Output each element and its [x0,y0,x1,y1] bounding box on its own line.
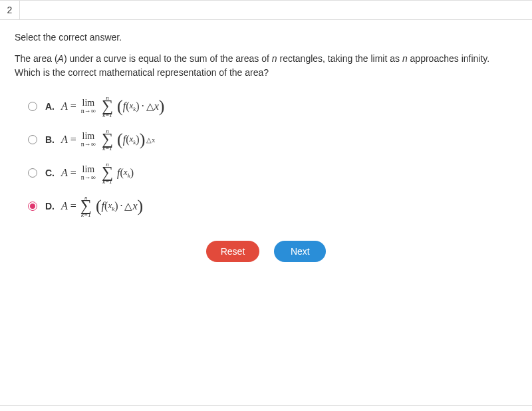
option-c-label: C. [45,168,61,178]
rp2: ) [130,167,134,179]
option-b-formula: A = lim n→∞ n ∑ k=1 ( f(xk) ) △x [61,129,155,150]
sigma: ∑ [102,166,113,179]
sym-A: A [61,134,68,146]
sym-A: A [61,167,68,179]
xk: xk [130,134,136,146]
radio-b[interactable] [28,135,37,144]
button-bar: Reset Next [15,241,517,262]
sdx: x [152,136,155,144]
sym-lim: lim n→∞ [81,166,96,180]
sigma-bot: k=1 [81,213,91,217]
sigma-bot: k=1 [102,146,112,150]
option-c-formula: A = lim n→∞ n ∑ k=1 f(xk) [61,162,134,184]
sym-sigma: n ∑ k=1 [102,96,113,117]
sym-sigma: n ∑ k=1 [80,196,92,217]
dx: x [132,200,137,212]
sigma: ∑ [80,200,92,212]
rp2: ) [136,100,139,112]
formula-body-b: ( f(xk) ) △x [117,134,155,146]
reset-button[interactable]: Reset [206,241,260,262]
option-d-label: D. [45,201,61,211]
qt-n2: n [402,53,408,64]
option-a-formula: A = lim n→∞ n ∑ k=1 ( f(xk) · △x ) [61,96,164,117]
option-d[interactable]: D. A = n ∑ k=1 ( f(xk) · △x ) [28,192,517,221]
lim-sub: n→∞ [81,108,96,114]
dot: · [120,200,122,212]
dx: x [154,100,159,112]
sym-A: A [61,200,68,212]
sym-eq: = [70,167,76,179]
option-b[interactable]: B. A = lim n→∞ n ∑ k=1 ( f(xk) ) △x [28,125,517,154]
delta: △ [124,200,132,212]
qt-A: A [58,53,64,64]
dot: · [142,100,144,112]
options: A. A = lim n→∞ n ∑ k=1 ( f(xk) · △x [15,92,517,221]
sym-eq: = [70,134,76,146]
xk: xk [124,167,130,179]
sigma: ∑ [102,133,113,146]
question-number: 2 [7,5,13,15]
rparen: ) [138,200,144,212]
qt-p3: rectangles, taking the limit as [277,53,402,64]
delta: △ [146,100,154,112]
instruction: Select the correct answer. [15,32,517,43]
qt-n1: n [272,53,277,64]
sym-eq: = [70,100,76,112]
formula-body-c: f(xk) [117,167,134,179]
radio-c[interactable] [28,168,37,178]
option-a-label: A. [45,101,61,112]
lim-sub: n→∞ [81,174,96,180]
lparen: ( [117,134,123,146]
qt-p2: ) under a curve is equal to the sum of t… [64,53,272,64]
next-button[interactable]: Next [274,241,326,262]
sigma-bot: k=1 [102,180,112,184]
lparen: ( [117,100,123,112]
lim-text: lim [82,132,95,141]
bottom-divider [0,405,532,406]
lim-text: lim [82,166,95,174]
option-c[interactable]: C. A = lim n→∞ n ∑ k=1 f(xk) [28,158,517,188]
question-number-box: 2 [0,1,20,19]
sym-lim: lim n→∞ [81,99,96,114]
sym-lim: lim n→∞ [81,132,96,147]
sigma: ∑ [102,100,113,112]
lim-sub: n→∞ [81,141,96,147]
xk: xk [130,100,136,112]
radio-a[interactable] [28,102,37,111]
question-text: The area (A) under a curve is equal to t… [15,52,517,80]
formula-body-d: ( f(xk) · △x ) [96,200,143,212]
xk: xk [108,200,114,212]
rp2: ) [114,200,118,212]
sup-dx: △x [146,136,155,144]
sym-sigma: n ∑ k=1 [102,129,113,150]
radio-d[interactable] [28,202,37,211]
option-a[interactable]: A. A = lim n→∞ n ∑ k=1 ( f(xk) · △x [28,92,517,121]
lim-text: lim [82,99,95,108]
sym-eq: = [70,200,76,212]
sym-A: A [61,100,68,112]
lparen: ( [96,200,102,212]
formula-body-a: ( f(xk) · △x ) [117,100,164,112]
rparen: ) [140,134,146,146]
qt-p1: The area ( [15,53,58,64]
option-d-formula: A = n ∑ k=1 ( f(xk) · △x ) [61,196,143,217]
sigma-bot: k=1 [102,113,112,117]
rparen: ) [159,100,165,112]
top-bar: 2 [0,0,532,20]
sym-sigma: n ∑ k=1 [102,162,113,184]
content: Select the correct answer. The area (A) … [0,20,532,262]
option-b-label: B. [45,134,61,145]
